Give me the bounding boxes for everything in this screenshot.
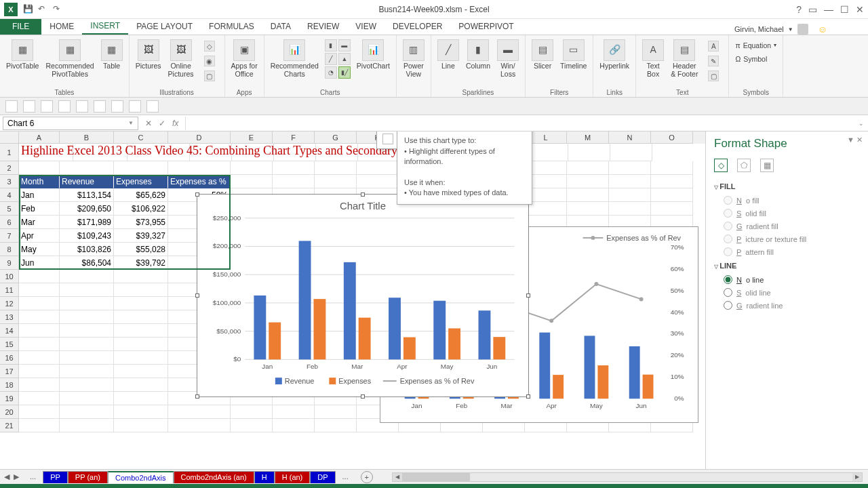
- line-chart-button[interactable]: ╱: [325, 53, 337, 65]
- cell[interactable]: [114, 297, 168, 310]
- scroll-thumb[interactable]: [402, 473, 470, 481]
- chevron-down-icon[interactable]: ▼: [128, 120, 134, 126]
- cell[interactable]: [357, 175, 399, 188]
- cell[interactable]: [315, 161, 357, 175]
- tab-formulas[interactable]: FORMULAS: [201, 18, 262, 35]
- cell[interactable]: [273, 161, 315, 175]
- screenshot-button[interactable]: ▢: [199, 69, 220, 83]
- cell[interactable]: [60, 283, 114, 297]
- row-header[interactable]: 12: [0, 297, 19, 310]
- cell[interactable]: [114, 310, 168, 324]
- tab-view[interactable]: VIEW: [347, 18, 384, 35]
- sparkline-column-button[interactable]: ▮Column: [464, 38, 492, 72]
- tab-home[interactable]: HOME: [41, 18, 82, 35]
- sheet-tab[interactable]: ...: [23, 471, 43, 483]
- qat-btn-1[interactable]: [5, 100, 18, 113]
- cell[interactable]: [315, 405, 357, 419]
- tab-developer[interactable]: DEVELOPER: [384, 18, 450, 35]
- qat-btn-8[interactable]: [129, 100, 141, 113]
- cell[interactable]: [567, 161, 609, 175]
- expand-formula-icon[interactable]: ⌄: [854, 120, 868, 127]
- row-header[interactable]: 8: [0, 243, 19, 256]
- cell[interactable]: $39,327: [114, 229, 168, 243]
- size-tab-icon[interactable]: ▦: [760, 159, 774, 172]
- cell[interactable]: $86,504: [60, 256, 114, 270]
- sheet-tab[interactable]: PP: [43, 471, 68, 483]
- recommended-charts-button[interactable]: 📊Recommended Charts: [269, 38, 321, 79]
- cell[interactable]: $65,629: [114, 188, 168, 202]
- help-icon[interactable]: ?: [796, 4, 802, 15]
- cell[interactable]: $73,955: [114, 216, 168, 229]
- select-all-corner[interactable]: [0, 131, 19, 144]
- cell[interactable]: [609, 175, 651, 188]
- cell[interactable]: Jan: [19, 188, 60, 202]
- name-box[interactable]: Chart 6 ▼: [3, 117, 138, 130]
- equation-button[interactable]: πEquation▾: [733, 41, 778, 52]
- sheet-tab[interactable]: PP (an): [68, 471, 108, 483]
- sheet-tab[interactable]: Combo2ndAxis (an): [174, 471, 254, 483]
- cell[interactable]: Mar: [19, 216, 60, 229]
- qat-btn-5[interactable]: [76, 100, 88, 113]
- qat-btn-6[interactable]: [94, 100, 106, 113]
- worksheet-area[interactable]: A B C D E F G H I J K L M N O 1Highline …: [0, 131, 705, 469]
- cell[interactable]: [114, 419, 168, 432]
- cell[interactable]: $113,154: [60, 188, 114, 202]
- cell[interactable]: [567, 188, 609, 202]
- cell[interactable]: [357, 161, 399, 175]
- cell[interactable]: [60, 161, 114, 175]
- cell[interactable]: [60, 405, 114, 419]
- sheet-tab[interactable]: H: [254, 471, 275, 483]
- cell[interactable]: Expenses: [114, 175, 168, 188]
- cell[interactable]: [231, 419, 273, 432]
- cell[interactable]: Apr: [19, 229, 60, 243]
- cell[interactable]: [168, 161, 231, 175]
- text-box-button[interactable]: AText Box: [640, 38, 666, 79]
- qat-btn-3[interactable]: [41, 100, 53, 113]
- cell[interactable]: [114, 270, 168, 283]
- cell[interactable]: [60, 310, 114, 324]
- cell[interactable]: [19, 378, 60, 392]
- cell[interactable]: [60, 297, 114, 310]
- power-view-button[interactable]: ▥Power View: [401, 38, 427, 79]
- qat-btn-2[interactable]: [23, 100, 35, 113]
- minimize-icon[interactable]: —: [824, 4, 833, 15]
- row-header[interactable]: 5: [0, 202, 19, 216]
- cell[interactable]: [19, 392, 60, 405]
- formula-input[interactable]: [185, 117, 854, 130]
- qat-btn-7[interactable]: [111, 100, 123, 113]
- col-header[interactable]: C: [114, 131, 168, 144]
- col-header[interactable]: N: [609, 131, 651, 144]
- pane-close-icon[interactable]: ▼ ✕: [847, 136, 863, 144]
- tab-nav-prev-icon[interactable]: ◀: [4, 472, 9, 481]
- cell[interactable]: [567, 175, 609, 188]
- fx-icon[interactable]: fx: [172, 119, 178, 128]
- row-header[interactable]: 18: [0, 378, 19, 392]
- sheet-tab[interactable]: ...: [336, 471, 355, 483]
- scroll-left-icon[interactable]: ◀: [393, 473, 402, 481]
- cell[interactable]: $171,989: [60, 216, 114, 229]
- cell[interactable]: [60, 419, 114, 432]
- column-chart-button[interactable]: ▮: [325, 39, 337, 52]
- sheet-tab[interactable]: H (an): [275, 471, 311, 483]
- cancel-formula-icon[interactable]: ✕: [145, 119, 152, 128]
- cell[interactable]: [19, 365, 60, 378]
- col-header[interactable]: D: [168, 131, 231, 144]
- row-header[interactable]: 21: [0, 419, 19, 432]
- col-header[interactable]: A: [19, 131, 60, 144]
- cell[interactable]: [60, 338, 114, 351]
- col-header[interactable]: O: [651, 131, 693, 144]
- row-header[interactable]: 20: [0, 405, 19, 419]
- cell[interactable]: [19, 270, 60, 283]
- table-button[interactable]: ▦Table: [99, 38, 125, 72]
- fill-option[interactable]: Pattern fill: [714, 245, 860, 258]
- cell[interactable]: [651, 161, 693, 175]
- line-option[interactable]: Gradient line: [714, 299, 860, 312]
- tab-file[interactable]: FILE: [0, 18, 41, 35]
- tab-powerpivot[interactable]: POWERPIVOT: [450, 18, 521, 35]
- row-header[interactable]: 10: [0, 270, 19, 283]
- pictures-button[interactable]: 🖼Pictures: [134, 38, 163, 72]
- row-header[interactable]: 11: [0, 283, 19, 297]
- line-option[interactable]: Solid line: [714, 286, 860, 299]
- cell[interactable]: [19, 351, 60, 365]
- close-icon[interactable]: ✕: [856, 4, 864, 15]
